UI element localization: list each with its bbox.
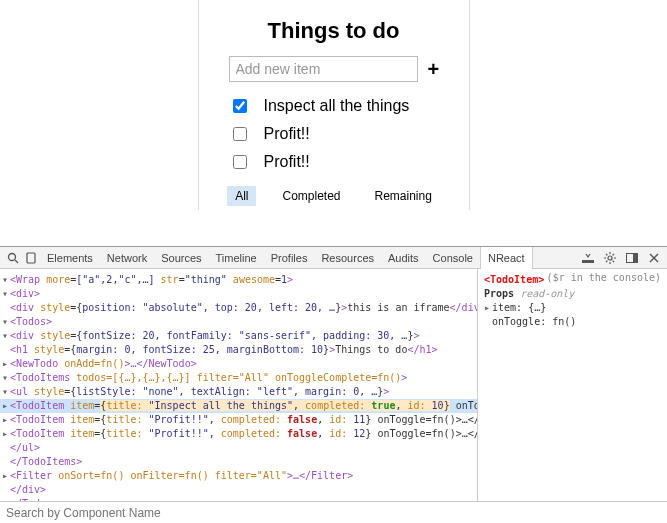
close-icon[interactable]	[645, 249, 663, 267]
todo-label: Profit!!	[264, 125, 310, 143]
readonly-label: read-only	[520, 288, 574, 299]
todo-label: Inspect all the things	[264, 97, 410, 115]
devtools-panel: Elements Network Sources Timeline Profil…	[0, 246, 667, 523]
tab-sources[interactable]: Sources	[154, 247, 208, 269]
console-hint: ($r in the console)	[547, 271, 661, 285]
svg-line-11	[613, 254, 614, 255]
tab-network[interactable]: Network	[100, 247, 154, 269]
svg-line-9	[606, 254, 607, 255]
svg-line-10	[613, 260, 614, 261]
tab-resources[interactable]: Resources	[314, 247, 381, 269]
app-viewport: Things to do + Inspect all the things Pr…	[0, 0, 667, 246]
inspect-icon[interactable]	[4, 249, 22, 267]
props-sidebar: ($r in the console) <TodoItem> Props rea…	[477, 269, 667, 501]
svg-rect-14	[633, 253, 638, 262]
tab-elements[interactable]: Elements	[40, 247, 100, 269]
filter-remaining[interactable]: Remaining	[367, 186, 440, 206]
search-input[interactable]	[4, 505, 663, 521]
device-icon[interactable]	[22, 249, 40, 267]
tree-row[interactable]: ▸<TodoItem item={title: "Profit!!", comp…	[0, 413, 477, 427]
filter-completed[interactable]: Completed	[274, 186, 348, 206]
tab-audits[interactable]: Audits	[381, 247, 426, 269]
svg-point-4	[608, 256, 612, 260]
component-tree[interactable]: ▾<Wrap more=["a",2,"c",…] str="thing" aw…	[0, 269, 477, 501]
svg-rect-3	[582, 260, 594, 263]
tab-timeline[interactable]: Timeline	[209, 247, 264, 269]
new-todo-input[interactable]	[229, 56, 418, 82]
list-item: Inspect all the things	[229, 96, 439, 116]
prop-row[interactable]: onToggle: fn()	[484, 315, 661, 329]
dock-icon[interactable]	[623, 249, 641, 267]
svg-line-12	[606, 260, 607, 261]
tab-nreact[interactable]: NReact	[480, 247, 533, 269]
page-title: Things to do	[229, 18, 439, 44]
tab-profiles[interactable]: Profiles	[264, 247, 315, 269]
tree-row[interactable]: ▸<TodoItem item={title: "Profit!!", comp…	[0, 427, 477, 441]
list-item: Profit!!	[229, 124, 439, 144]
props-heading: Props	[484, 288, 514, 299]
tree-selected-row[interactable]: ▸<TodoItem item={title: "Inspect all the…	[0, 399, 477, 413]
todo-checkbox[interactable]	[233, 127, 247, 141]
gear-icon[interactable]	[601, 249, 619, 267]
add-button[interactable]: +	[428, 59, 440, 79]
prop-row[interactable]: ▸item: {…}	[484, 301, 661, 315]
devtools-body: ▾<Wrap more=["a",2,"c",…] str="thing" aw…	[0, 269, 667, 501]
svg-line-1	[15, 260, 18, 263]
drawer-icon[interactable]	[579, 249, 597, 267]
todo-checkbox[interactable]	[233, 99, 247, 113]
list-item: Profit!!	[229, 152, 439, 172]
todo-app: Things to do + Inspect all the things Pr…	[198, 0, 470, 210]
devtools-tabbar: Elements Network Sources Timeline Profil…	[0, 247, 667, 269]
svg-rect-2	[27, 253, 35, 263]
filter-all[interactable]: All	[227, 186, 256, 206]
search-bar	[0, 501, 667, 523]
add-row: +	[229, 56, 439, 82]
todo-checkbox[interactable]	[233, 155, 247, 169]
todo-list: Inspect all the things Profit!! Profit!!	[229, 96, 439, 172]
tab-console[interactable]: Console	[426, 247, 480, 269]
svg-point-0	[9, 253, 16, 260]
filter-row: All Completed Remaining	[229, 186, 439, 206]
todo-label: Profit!!	[264, 153, 310, 171]
